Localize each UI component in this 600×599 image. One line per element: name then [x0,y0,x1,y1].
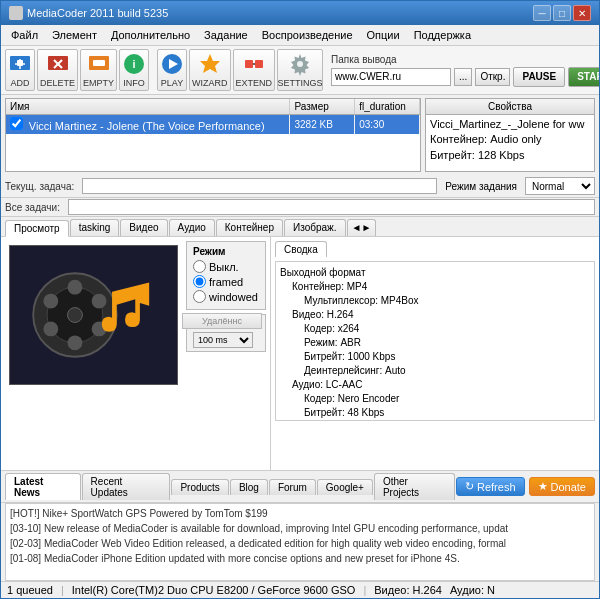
file-size-cell: 3282 KB [290,115,355,135]
col-duration: fl_duration [355,99,420,115]
mode-option-off[interactable]: Выкл. [193,260,259,273]
maximize-button[interactable]: □ [553,5,571,21]
mode-panel: Режим Выкл. framed windowed [186,241,266,310]
summary-tab[interactable]: Сводка [275,241,327,257]
window-title: MediaCoder 2011 build 5235 [27,7,168,19]
toolbar: ADD DELETE EMPTY [1,46,599,95]
interval-select[interactable]: 100 ms [193,332,253,348]
file-list-area: Имя Размер fl_duration Vicci Martinez - … [1,95,599,175]
browse-button[interactable]: ... [454,68,472,86]
delete-icon [46,52,70,76]
svg-rect-15 [255,60,263,68]
preview-area [9,245,178,385]
svg-rect-8 [93,60,105,66]
open-button[interactable]: Откр. [475,68,510,86]
news-tab-forum[interactable]: Forum [269,479,316,495]
summary-item-bitrate: Битрейт: 1000 Kbps [280,350,590,364]
settings-button[interactable]: SETTINGS [277,49,323,91]
title-bar: MediaCoder 2011 build 5235 ─ □ ✕ [1,1,599,25]
summary-item-codec: Кодер: x264 [280,322,590,336]
summary-item-mode: Режим: ABR [280,336,590,350]
properties-panel: Свойства Vicci_Martinez_-_Jolene for ww … [425,98,595,172]
current-task-input[interactable] [82,178,437,194]
svg-rect-14 [245,60,253,68]
menu-playback[interactable]: Воспроизведение [256,27,359,43]
toolbar-right: Папка вывода ... Откр. PAUSE START [331,54,600,87]
play-label: PLAY [161,78,183,88]
svg-point-18 [297,61,303,67]
status-audio: Аудио: N [450,584,495,596]
wizard-button[interactable]: WIZARD [189,49,231,91]
status-sep-2: | [363,584,366,596]
properties-content: Vicci_Martinez_-_Jolene for ww Контейнер… [426,115,594,172]
file-checkbox[interactable] [10,117,23,130]
output-folder-input[interactable] [331,68,451,86]
summary-item-audio-codec: Кодер: Nero Encoder [280,392,590,406]
mode-radio-off[interactable] [193,260,206,273]
tab-tasking[interactable]: tasking [70,219,120,236]
output-folder-label: Папка вывода [331,54,397,65]
left-panel: Режим Выкл. framed windowed [1,237,271,470]
tab-image[interactable]: Изображ. [284,219,346,236]
remote-button[interactable]: Удалённс [182,313,262,329]
wizard-label: WIZARD [192,78,228,88]
close-button[interactable]: ✕ [573,5,591,21]
delete-button[interactable]: DELETE [37,49,78,91]
menu-task[interactable]: Задание [198,27,254,43]
svg-point-24 [68,335,83,350]
summary-item-audio-bitrate: Битрейт: 48 Kbps [280,406,590,420]
news-actions: ↻ Refresh ★ Donate [456,477,595,496]
refresh-button[interactable]: ↻ Refresh [456,477,525,496]
settings-label: SETTINGS [278,78,323,88]
news-item-0: [HOT!] Nike+ SportWatch GPS Powered by T… [10,506,590,521]
menu-additional[interactable]: Дополнительно [105,27,196,43]
empty-icon [87,52,111,76]
minimize-button[interactable]: ─ [533,5,551,21]
news-tab-products[interactable]: Products [171,479,228,495]
summary-item-container: Контейнер: MP4 [280,280,590,294]
menu-file[interactable]: Файл [5,27,44,43]
tab-preview[interactable]: Просмотр [5,220,69,237]
all-tasks-input[interactable] [68,199,595,215]
news-tab-other[interactable]: Other Projects [374,473,455,500]
mode-option-framed[interactable]: framed [193,275,259,288]
extend-icon [242,52,266,76]
start-button[interactable]: START [568,67,600,87]
news-tab-google[interactable]: Google+ [317,479,373,495]
news-item-2: [02-03] MediaCoder Web Video Edition rel… [10,536,590,551]
mode-radio-framed[interactable] [193,275,206,288]
tab-audio[interactable]: Аудио [169,219,215,236]
mode-option-windowed[interactable]: windowed [193,290,259,303]
tab-container[interactable]: Контейнер [216,219,283,236]
extend-button[interactable]: EXTEND [233,49,276,91]
task-mode-label: Режим задания [445,181,517,192]
svg-point-22 [68,308,83,323]
svg-point-26 [92,294,107,309]
play-button[interactable]: PLAY [157,49,187,91]
mode-radio-windowed[interactable] [193,290,206,303]
add-button[interactable]: ADD [5,49,35,91]
current-task-label: Текущ. задача: [5,181,74,192]
menu-options[interactable]: Опции [361,27,406,43]
task-mode-select[interactable]: Normal Fast HQ [525,177,595,195]
add-icon [8,52,32,76]
donate-button[interactable]: ★ Donate [529,477,595,496]
task-area: Текущ. задача: Режим задания Normal Fast… [1,175,599,198]
info-button[interactable]: i INFO [119,49,149,91]
all-tasks-row: Все задачи: [1,198,599,217]
tab-video[interactable]: Видео [120,219,167,236]
tab-more[interactable]: ◄► [347,219,377,236]
news-tab-recent[interactable]: Recent Updates [82,473,171,500]
menu-support[interactable]: Поддержка [408,27,477,43]
table-row[interactable]: Vicci Martinez - Jolene (The Voice Perfo… [6,115,420,135]
menu-element[interactable]: Элемент [46,27,103,43]
properties-header: Свойства [426,99,594,115]
news-tab-blog[interactable]: Blog [230,479,268,495]
pause-button[interactable]: PAUSE [513,67,565,87]
empty-button[interactable]: EMPTY [80,49,117,91]
news-tab-latest[interactable]: Latest News [5,473,81,500]
file-table-container: Имя Размер fl_duration Vicci Martinez - … [5,98,421,172]
summary-item-audio: Аудио: LC-AAC [280,378,590,392]
summary-tabs: Сводка [275,241,595,257]
status-bar: 1 queued | Intel(R) Core(TM)2 Duo CPU E8… [1,581,599,598]
